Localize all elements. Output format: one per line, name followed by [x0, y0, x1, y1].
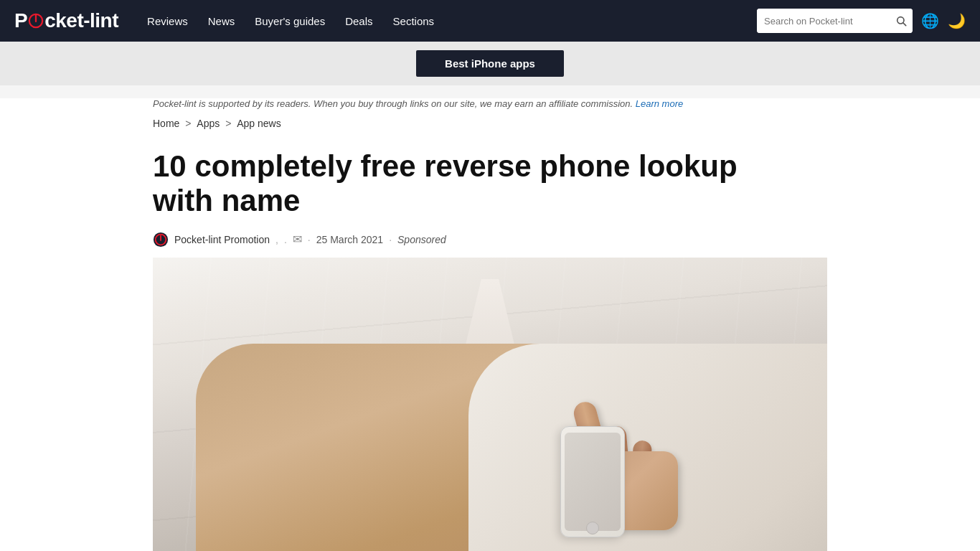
author-logo-icon	[153, 232, 169, 248]
nav-sections[interactable]: Sections	[393, 15, 435, 27]
affiliate-notice: Pocket-lint is supported by its readers.…	[138, 98, 842, 109]
affiliate-text: Pocket-lint is supported by its readers.…	[153, 98, 633, 109]
site-logo[interactable]: P cket-lint	[14, 9, 118, 32]
email-icon: ✉	[293, 232, 302, 246]
globe-icon[interactable]: 🌐	[921, 12, 939, 29]
power-icon	[28, 13, 44, 29]
logo-text-after: cket-lint	[44, 9, 118, 32]
dark-mode-icon[interactable]: 🌙	[948, 12, 966, 29]
image-scene	[153, 258, 827, 551]
meta-sep-3: ·	[308, 234, 311, 245]
breadcrumb-apps[interactable]: Apps	[197, 118, 220, 129]
meta-sep-2: .	[284, 234, 287, 245]
search-container: 🌐 🌙	[757, 9, 966, 33]
article-date: 25 March 2021	[316, 234, 383, 245]
article-image-container: NORDWOOD THEMES FROM UNSPLASH	[153, 258, 827, 551]
meta-sep-1: ,	[275, 234, 278, 245]
banner-button[interactable]: Best iPhone apps	[416, 50, 564, 77]
nav-news[interactable]: News	[208, 15, 235, 27]
search-button[interactable]	[890, 9, 913, 33]
phone-home-button	[586, 522, 599, 534]
article-title: 10 completely free reverse phone lookup …	[153, 142, 798, 232]
search-box	[757, 9, 913, 33]
nav-deals[interactable]: Deals	[345, 15, 372, 27]
nav-buyers-guides[interactable]: Buyer's guides	[255, 15, 325, 27]
breadcrumb-separator-2: >	[225, 118, 234, 129]
article-image	[153, 258, 827, 551]
nav-reviews[interactable]: Reviews	[147, 15, 188, 27]
logo-text-before: P	[14, 9, 27, 32]
svg-line-3	[903, 23, 906, 26]
breadcrumb: Home > Apps > App news	[138, 118, 842, 129]
learn-more-link[interactable]: Learn more	[636, 98, 683, 109]
phone-device	[560, 426, 625, 537]
sponsored-badge: Sponsored	[397, 234, 446, 245]
fingers-area	[524, 387, 739, 530]
meta-sep-4: ·	[389, 234, 392, 245]
phone-screen	[565, 433, 621, 531]
breadcrumb-home[interactable]: Home	[153, 118, 179, 129]
site-header: P cket-lint Reviews News Buyer's guides …	[0, 0, 980, 42]
main-nav: Reviews News Buyer's guides Deals Sectio…	[147, 15, 434, 27]
author-name: Pocket-lint Promotion	[174, 234, 270, 245]
article-meta: Pocket-lint Promotion , . ✉ · 25 March 2…	[153, 232, 827, 248]
search-input[interactable]	[757, 9, 890, 33]
breadcrumb-app-news[interactable]: App news	[237, 118, 281, 129]
breadcrumb-separator-1: >	[185, 118, 194, 129]
article-content: 10 completely free reverse phone lookup …	[138, 142, 842, 551]
banner: Best iPhone apps	[0, 42, 980, 85]
